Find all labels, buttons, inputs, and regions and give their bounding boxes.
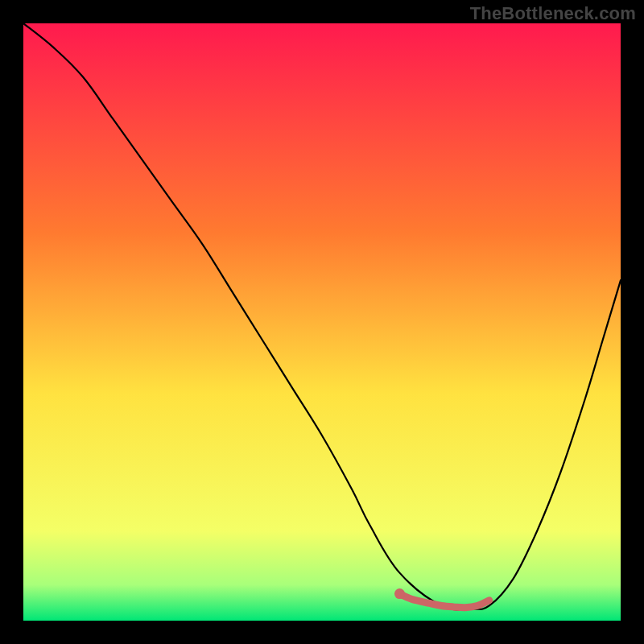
watermark-text: TheBottleneck.com: [470, 3, 636, 24]
chart-container: TheBottleneck.com: [0, 0, 644, 644]
plot-background: [23, 23, 621, 621]
bottleneck-chart: [23, 23, 621, 621]
highlight-marker: [394, 588, 405, 599]
